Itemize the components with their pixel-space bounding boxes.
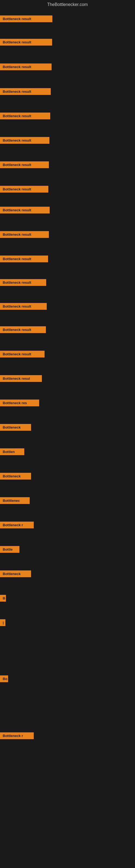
bottleneck-badge-26: |: [0, 619, 5, 626]
bottleneck-badge-10: Bottleneck result: [0, 231, 49, 238]
bottleneck-badge-7: Bottleneck result: [0, 161, 49, 168]
bottleneck-item-17[interactable]: Bottleneck res: [0, 400, 39, 407]
bottleneck-badge-21: Botttlenec: [0, 497, 30, 504]
bottleneck-item-3[interactable]: Bottleneck result: [0, 63, 52, 71]
bottleneck-item-11[interactable]: Bottleneck result: [0, 255, 48, 264]
bottleneck-item-5[interactable]: Bottleneck result: [0, 113, 50, 120]
bottleneck-item-16[interactable]: Bottleneck resul: [0, 375, 42, 383]
bottleneck-item-20[interactable]: Bottleneck: [0, 473, 31, 480]
bottleneck-item-27[interactable]: Bo: [0, 675, 8, 683]
bottleneck-badge-14: Bottleneck result: [0, 326, 46, 333]
bottleneck-item-18[interactable]: Bottleneck: [0, 424, 31, 432]
bottleneck-item-1[interactable]: Bottleneck result: [0, 16, 52, 23]
bottleneck-item-15[interactable]: Bottleneck result: [0, 351, 45, 359]
bottleneck-badge-12: Bottleneck result: [0, 279, 46, 286]
bottleneck-item-19[interactable]: Bottlen: [0, 448, 24, 456]
bottleneck-badge-24: Bottleneck: [0, 570, 31, 577]
bottleneck-badge-23: Bottle: [0, 546, 19, 553]
bottleneck-badge-20: Bottleneck: [0, 473, 31, 479]
bottleneck-badge-15: Bottleneck result: [0, 351, 45, 358]
bottleneck-item-4[interactable]: Bottleneck result: [0, 88, 51, 96]
bottleneck-badge-16: Bottleneck resul: [0, 375, 42, 382]
bottleneck-item-12[interactable]: Bottleneck result: [0, 279, 46, 287]
bottleneck-badge-8: Bottleneck result: [0, 186, 48, 193]
bottleneck-item-23[interactable]: Bottle: [0, 546, 19, 554]
bottleneck-badge-9: Bottleneck result: [0, 207, 50, 214]
bottleneck-item-10[interactable]: Bottleneck result: [0, 231, 49, 239]
bottleneck-item-24[interactable]: Bottleneck: [0, 570, 31, 578]
bottleneck-item-14[interactable]: Bottleneck result: [0, 326, 46, 334]
bottleneck-item-26[interactable]: |: [0, 619, 5, 627]
bottleneck-badge-27: Bo: [0, 675, 8, 682]
bottleneck-item-6[interactable]: Bottleneck result: [0, 137, 49, 145]
bottleneck-item-21[interactable]: Botttlenec: [0, 497, 30, 505]
bottleneck-badge-13: Bottleneck result: [0, 303, 47, 310]
bottleneck-item-25[interactable]: B: [0, 595, 6, 603]
bottleneck-badge-3: Bottleneck result: [0, 63, 52, 70]
bottleneck-badge-2: Bottleneck result: [0, 39, 52, 45]
bottleneck-item-22[interactable]: Bottleneck r: [0, 522, 34, 529]
bottleneck-item-28[interactable]: Bottleneck r: [0, 733, 34, 740]
bottleneck-item-2[interactable]: Bottleneck result: [0, 39, 52, 46]
bottleneck-item-13[interactable]: Bottleneck result: [0, 303, 47, 311]
bottleneck-badge-25: B: [0, 595, 6, 601]
bottleneck-item-9[interactable]: Bottleneck result: [0, 207, 50, 215]
bottleneck-badge-18: Bottleneck: [0, 424, 31, 431]
bottleneck-badge-6: Bottleneck result: [0, 137, 49, 144]
bottleneck-item-8[interactable]: Bottleneck result: [0, 186, 48, 194]
bottleneck-badge-17: Bottleneck res: [0, 400, 39, 406]
bottleneck-badge-22: Bottleneck r: [0, 522, 34, 528]
bottleneck-item-7[interactable]: Bottleneck result: [0, 161, 49, 169]
site-title: TheBottlenecker.com: [0, 0, 135, 9]
bottleneck-badge-28: Bottleneck r: [0, 733, 34, 739]
bottleneck-badge-11: Bottleneck result: [0, 255, 48, 262]
bottleneck-badge-5: Bottleneck result: [0, 113, 50, 119]
bottleneck-badge-1: Bottleneck result: [0, 16, 52, 22]
bottleneck-badge-4: Bottleneck result: [0, 88, 51, 95]
bottleneck-badge-19: Bottlen: [0, 448, 24, 455]
